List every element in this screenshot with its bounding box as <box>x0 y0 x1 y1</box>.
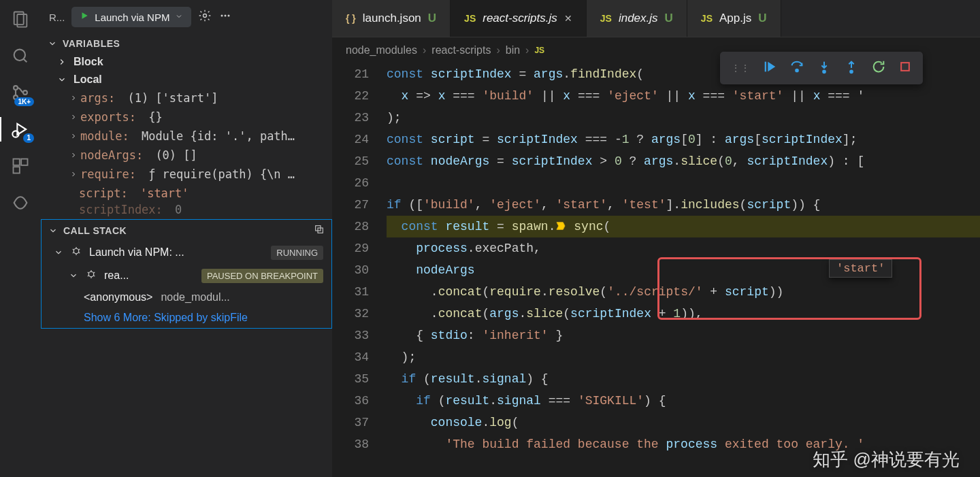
code-line: ); <box>387 107 980 129</box>
line-number: 30 <box>332 259 369 281</box>
extensions-icon[interactable] <box>11 157 30 178</box>
callstack-header[interactable]: CALL STACK <box>42 220 331 241</box>
tab-react-scripts-js[interactable]: JSreact-scripts.js✕ <box>451 0 587 37</box>
var-module[interactable]: module: Module {id: '.', path… <box>41 127 332 146</box>
svg-point-10 <box>203 14 207 18</box>
scm-icon[interactable]: 1K+ <box>11 83 30 105</box>
svg-point-13 <box>228 15 230 17</box>
svg-rect-7 <box>14 159 20 165</box>
browser-icon[interactable] <box>11 193 30 215</box>
scm-badge: 1K+ <box>14 97 34 106</box>
variables-body: Block Local args: (1) ['start'] exports:… <box>41 53 332 219</box>
line-number: 31 <box>332 281 369 303</box>
more-icon[interactable] <box>218 9 232 25</box>
config-prefix: R... <box>49 12 65 23</box>
code-line: console.log( <box>387 412 980 433</box>
var-nodeargs[interactable]: nodeArgs: (0) [] <box>41 146 332 165</box>
show-more-frames[interactable]: Show 6 More: Skipped by skipFile <box>42 308 331 328</box>
gear-icon[interactable] <box>198 9 212 25</box>
restart-icon[interactable] <box>871 59 886 77</box>
step-into-icon[interactable] <box>817 59 832 77</box>
bug-icon <box>70 245 82 260</box>
tab-bar: { }launch.jsonUJSreact-scripts.js✕JSinde… <box>332 0 980 37</box>
line-number: 21 <box>332 63 369 85</box>
code-line: .concat(args.slice(scriptIndex + 1)), <box>387 303 980 325</box>
line-number: 29 <box>332 237 369 259</box>
chevron-right-icon: › <box>496 44 500 56</box>
var-scriptindex[interactable]: scriptIndex: 0 <box>41 203 332 219</box>
close-icon[interactable]: ✕ <box>564 13 572 24</box>
code-line: { stdio: 'inherit' } <box>387 325 980 346</box>
breadcrumb-seg[interactable]: bin <box>506 44 520 56</box>
code-line: if (['build', 'eject', 'start', 'test'].… <box>387 194 980 216</box>
tab-title: react-scripts.js <box>483 12 557 25</box>
var-require[interactable]: require: ƒ require(path) {\n … <box>41 165 332 184</box>
callstack-root[interactable]: Launch via NPM: ... RUNNING <box>42 241 331 264</box>
line-number: 22 <box>332 85 369 107</box>
debug-sidebar: R... Launch via NPM VARIABLES Block Loca… <box>41 0 332 477</box>
play-icon <box>80 11 89 23</box>
debug-icon[interactable]: 1 <box>11 120 30 142</box>
js-icon: JS <box>701 13 713 24</box>
step-out-icon[interactable] <box>844 59 859 77</box>
line-number: 34 <box>332 346 369 368</box>
callstack-title: CALL STACK <box>63 225 127 236</box>
explorer-icon[interactable] <box>11 10 30 31</box>
var-script[interactable]: script: 'start' <box>41 184 332 203</box>
callstack-section: CALL STACK Launch via NPM: ... RUNNING r… <box>41 219 332 329</box>
status-running: RUNNING <box>271 246 323 260</box>
tab-title: App.js <box>719 12 751 25</box>
drag-handle-icon[interactable]: ⋮⋮ <box>731 63 750 73</box>
line-gutter: 212223242526272829303132333435363738 <box>332 63 387 477</box>
continue-icon[interactable] <box>762 59 777 77</box>
stack-frame[interactable]: <anonymous> node_modul... <box>42 287 331 308</box>
tab-index-js[interactable]: JSindex.jsU <box>587 0 687 37</box>
search-icon[interactable] <box>11 46 30 68</box>
scope-local[interactable]: Local <box>41 71 332 88</box>
svg-rect-9 <box>21 159 27 165</box>
line-number: 27 <box>332 194 369 216</box>
collapse-all-icon[interactable] <box>314 224 325 237</box>
callstack-child[interactable]: rea... PAUSED ON BREAKPOINT <box>42 264 331 287</box>
stop-icon[interactable] <box>898 60 912 76</box>
chevron-down-icon <box>175 12 183 22</box>
variables-header[interactable]: VARIABLES <box>41 34 332 53</box>
tab-App-js[interactable]: JSApp.jsU <box>687 0 781 37</box>
svg-point-12 <box>225 15 227 17</box>
line-number: 24 <box>332 129 369 150</box>
svg-point-21 <box>850 71 853 73</box>
svg-point-16 <box>74 248 79 254</box>
line-number: 23 <box>332 107 369 129</box>
code-line: x => x === 'build' || x === 'eject' || x… <box>387 85 980 107</box>
tab-launch-json[interactable]: { }launch.jsonU <box>332 0 451 37</box>
code-editor[interactable]: 212223242526272829303132333435363738 con… <box>332 63 980 477</box>
var-exports[interactable]: exports: {} <box>41 108 332 127</box>
scope-block[interactable]: Block <box>41 53 332 71</box>
line-number: 36 <box>332 390 369 412</box>
variables-title: VARIABLES <box>63 38 120 49</box>
launch-config-selector[interactable]: Launch via NPM <box>71 7 191 27</box>
chevron-right-icon: › <box>423 44 426 56</box>
code-line <box>387 172 980 194</box>
var-args[interactable]: args: (1) ['start'] <box>41 88 332 108</box>
line-number: 28 <box>332 216 369 237</box>
breadcrumb-seg[interactable]: react-scripts <box>431 44 491 56</box>
tab-title: index.js <box>619 12 658 25</box>
code-line: if (result.signal === 'SIGKILL') { <box>387 390 980 412</box>
chevron-right-icon: › <box>525 44 529 56</box>
svg-point-11 <box>221 15 223 17</box>
svg-point-5 <box>23 91 27 95</box>
editor-area: { }launch.jsonUJSreact-scripts.js✕JSinde… <box>332 0 980 477</box>
code-line: process.execPath, <box>387 237 980 259</box>
svg-rect-8 <box>14 167 20 173</box>
line-number: 33 <box>332 325 369 346</box>
line-number: 25 <box>332 150 369 172</box>
js-icon: JS <box>600 13 612 24</box>
step-over-icon[interactable] <box>789 59 804 77</box>
debug-toolbar: ⋮⋮ <box>720 52 923 84</box>
svg-point-17 <box>88 272 94 277</box>
line-number: 26 <box>332 172 369 194</box>
js-icon: JS <box>464 13 476 24</box>
breadcrumb-seg[interactable]: node_modules <box>346 44 417 56</box>
line-number: 35 <box>332 368 369 390</box>
